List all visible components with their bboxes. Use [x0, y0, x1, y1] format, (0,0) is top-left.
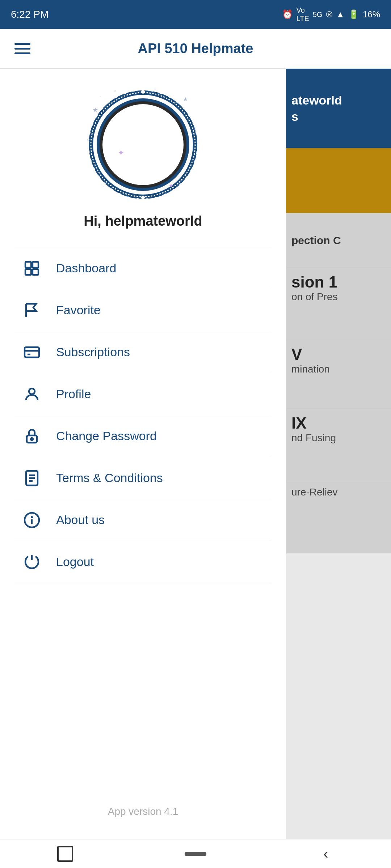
sidebar-item-dashboard[interactable]: Dashboard — [0, 247, 286, 289]
sidebar-item-terms-conditions[interactable]: Terms & Conditions — [0, 457, 286, 499]
status-bar: 6:22 PM ⏰ VoLTE 5G ® ▲ 🔋 16% — [0, 0, 391, 29]
sidebar-item-favorite[interactable]: Favorite — [0, 289, 286, 331]
about-us-label: About us — [56, 513, 105, 527]
volte-icon: VoLTE — [297, 6, 309, 23]
peek-header-item: ateworlds — [286, 69, 391, 148]
registered-icon: ® — [326, 9, 333, 20]
svg-point-30 — [29, 388, 35, 394]
peek-sectionIX-sub: nd Fusing — [291, 432, 386, 444]
flag-icon — [22, 300, 42, 320]
status-time: 6:22 PM — [11, 9, 49, 20]
svg-point-19 — [102, 104, 184, 185]
signal-icon: ▲ — [336, 9, 345, 20]
hamburger-line-3 — [14, 52, 30, 54]
app-title: API 510 Helpmate — [138, 41, 253, 56]
peek-section1-sub: on of Pres — [291, 291, 386, 303]
app-version: App version 4.1 — [0, 799, 286, 825]
svg-point-22 — [141, 196, 145, 199]
profile-label: Profile — [56, 387, 91, 401]
peek-item-section1: sion 1 on of Pres — [286, 268, 391, 340]
divider — [14, 583, 272, 583]
dashboard-label: Dashboard — [56, 261, 116, 275]
svg-rect-26 — [33, 269, 38, 275]
subscriptions-icon — [22, 342, 42, 362]
square-button[interactable] — [54, 843, 76, 865]
sidebar-item-about-us[interactable]: About us — [0, 499, 286, 541]
peek-section1-title: sion 1 — [291, 273, 386, 291]
peek-item-sectionIX: IX nd Fusing — [286, 409, 391, 481]
sidebar-item-subscriptions[interactable]: Subscriptions — [0, 331, 286, 373]
badge-ring-svg — [85, 87, 201, 203]
hamburger-menu[interactable] — [14, 43, 30, 54]
peek-pressure-sub: ure-Reliev — [291, 486, 386, 498]
battery-percent: 16% — [363, 9, 380, 20]
dashboard-icon — [22, 258, 42, 278]
svg-rect-25 — [25, 269, 31, 275]
profile-icon — [22, 384, 42, 404]
hamburger-line-2 — [14, 48, 30, 50]
peek-header-text: ateworlds — [291, 92, 342, 124]
nav-bar: ‹ — [0, 839, 391, 868]
lock-icon — [22, 426, 42, 446]
battery-icon: 🔋 — [348, 9, 359, 20]
app-header: API 510 Helpmate — [0, 29, 391, 69]
svg-rect-27 — [25, 347, 39, 357]
peek-inspection-text: pection C — [291, 234, 341, 247]
subscriptions-label: Subscriptions — [56, 345, 130, 359]
menu-list: Dashboard Favorite — [0, 247, 286, 583]
sidebar-item-change-password[interactable]: Change Password — [0, 415, 286, 457]
favorite-label: Favorite — [56, 303, 101, 317]
hamburger-line-1 — [14, 43, 30, 45]
avatar-section: ★ ○ · ○ ○ ★ ○ · ○ · ○ · ✦ ✦ — [0, 69, 286, 240]
back-icon: ‹ — [323, 846, 328, 862]
terms-conditions-label: Terms & Conditions — [56, 471, 163, 485]
svg-rect-23 — [25, 262, 31, 268]
peek-sectionV-title: V — [291, 345, 386, 363]
main-content: ★ ○ · ○ ○ ★ ○ · ○ · ○ · ✦ ✦ — [0, 69, 391, 839]
sidebar-drawer: ★ ○ · ○ ○ ★ ○ · ○ · ○ · ✦ ✦ — [0, 69, 286, 839]
peek-item-sectionV: V mination — [286, 340, 391, 409]
peek-sectionIX-title: IX — [291, 414, 386, 432]
info-icon — [22, 510, 42, 530]
change-password-label: Change Password — [56, 429, 157, 443]
sidebar-item-profile[interactable]: Profile — [0, 373, 286, 415]
logout-label: Logout — [56, 555, 94, 569]
svg-point-21 — [141, 90, 145, 94]
svg-rect-24 — [33, 262, 38, 268]
power-icon — [22, 552, 42, 572]
network-icon: 5G — [313, 10, 323, 19]
badge-container: ★ ○ · ○ ○ ★ ○ · ○ · ○ · ✦ ✦ — [81, 83, 205, 206]
svg-point-32 — [31, 438, 33, 440]
sidebar-item-logout[interactable]: Logout — [0, 541, 286, 583]
peek-item-pressure: ure-Reliev — [286, 481, 391, 553]
back-button[interactable]: ‹ — [315, 843, 337, 865]
square-icon — [57, 846, 73, 862]
alarm-icon: ⏰ — [282, 9, 293, 20]
peek-sectionV-sub: mination — [291, 363, 386, 375]
right-content-peek: ateworlds pection C sion 1 on of Pres V … — [286, 69, 391, 839]
home-button[interactable] — [185, 843, 206, 865]
document-icon — [22, 468, 42, 488]
status-icons: ⏰ VoLTE 5G ® ▲ 🔋 16% — [282, 6, 380, 23]
peek-gold-bar — [286, 148, 391, 213]
home-indicator — [185, 852, 206, 856]
username-label: Hi, helpmateworld — [84, 213, 202, 229]
peek-item-inspection: pection C — [286, 213, 391, 268]
